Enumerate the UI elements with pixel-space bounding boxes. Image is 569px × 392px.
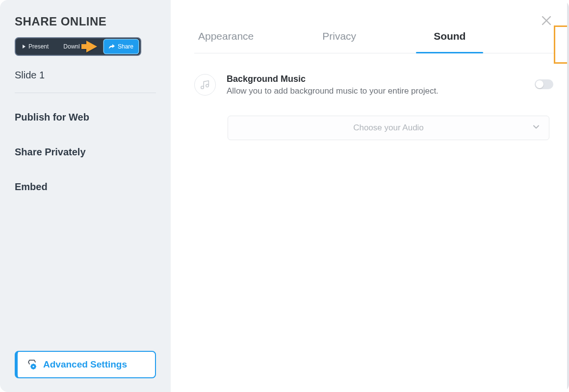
audio-dropdown[interactable]: Choose your Audio (228, 116, 549, 140)
advanced-settings-button[interactable]: Advanced Settings (15, 351, 156, 378)
nav-publish-web[interactable]: Publish for Web (15, 112, 156, 123)
bg-music-toggle[interactable] (535, 79, 553, 89)
download-label: Downl (63, 43, 79, 50)
tab-appearance[interactable]: Appearance (198, 30, 254, 53)
share-arrow-icon (109, 44, 115, 49)
sidebar: SHARE ONLINE Present Downl Share Slide 1… (0, 0, 171, 392)
svg-point-1 (32, 366, 34, 367)
share-online-dialog: SHARE ONLINE Present Downl Share Slide 1… (0, 0, 569, 392)
tabs: Appearance Privacy Sound (194, 30, 554, 53)
audio-dropdown-placeholder: Choose your Audio (353, 123, 424, 133)
share-button[interactable]: Share (104, 40, 138, 53)
slide-label: Slide 1 (15, 70, 156, 93)
present-button[interactable]: Present (23, 43, 49, 50)
play-icon (23, 45, 26, 49)
bg-music-title: Background Music (227, 74, 439, 84)
present-label: Present (28, 43, 49, 50)
toolbar-preview: Present Downl Share (15, 37, 141, 56)
tab-sound[interactable]: Sound (434, 30, 466, 53)
close-icon (541, 15, 552, 26)
sidebar-title: SHARE ONLINE (15, 15, 156, 28)
main-panel: Appearance Privacy Sound Background Musi… (171, 0, 569, 392)
nav-embed[interactable]: Embed (15, 181, 156, 193)
callout-arrow-icon (86, 41, 97, 52)
advanced-settings-icon (26, 359, 37, 370)
music-note-icon (194, 74, 216, 96)
download-button[interactable]: Downl (63, 43, 79, 50)
chevron-down-icon (532, 123, 540, 133)
tab-privacy[interactable]: Privacy (322, 30, 356, 53)
close-button[interactable] (541, 15, 552, 26)
toggle-knob (536, 80, 543, 88)
share-label: Share (118, 43, 133, 50)
scrollbar[interactable] (567, 0, 569, 392)
advanced-settings-label: Advanced Settings (43, 359, 127, 370)
background-music-row: Background Music Allow you to add backgr… (194, 74, 554, 96)
bg-music-desc: Allow you to add background music to you… (227, 86, 439, 96)
nav-share-privately[interactable]: Share Privately (15, 147, 156, 158)
